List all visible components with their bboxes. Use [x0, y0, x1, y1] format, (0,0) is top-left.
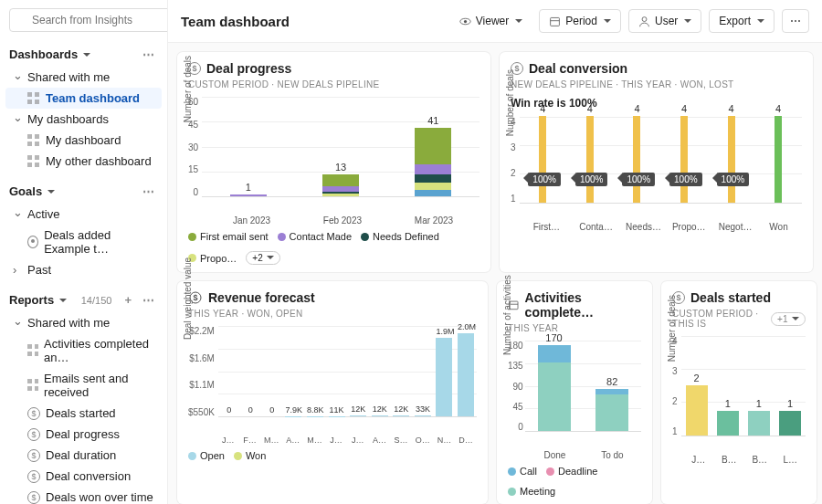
y-axis-label: Number of deals	[183, 56, 193, 122]
tree-my-dashboards[interactable]: My dashboards	[0, 109, 167, 130]
y-axis-label: Number of deals	[667, 295, 677, 362]
period-dropdown[interactable]: Period	[539, 9, 621, 33]
sidebar-item-report[interactable]: Activities completed an…	[0, 333, 167, 368]
dollar-icon: $	[27, 428, 40, 441]
card-subtitle: THIS YEAR	[508, 323, 641, 333]
sidebar-item-report[interactable]: $Deal duration	[0, 445, 167, 466]
card-subtitle: THIS YEAR · WON, OPEN	[188, 309, 477, 319]
y-axis-label: Number of activities	[502, 275, 512, 355]
dollar-icon: $	[27, 491, 40, 504]
calendar-icon	[549, 16, 561, 27]
card-subtitle: NEW DEALS PIPELINE · THIS YEAR · WON, LO…	[511, 79, 802, 89]
card-deals-started: $Deals started CUSTOM PERIOD · THIS IS+1…	[661, 281, 817, 504]
sidebar-item-report[interactable]: $Deals won over time	[0, 487, 167, 504]
tree-goals-active[interactable]: Active	[0, 204, 167, 225]
grid-icon	[27, 344, 38, 357]
legend-overflow[interactable]: +2	[246, 251, 279, 265]
grid-icon	[27, 92, 40, 105]
dollar-icon: $	[27, 407, 40, 420]
user-dropdown[interactable]: User	[628, 9, 701, 33]
dollar-icon: $	[27, 449, 40, 462]
svg-rect-4	[551, 17, 560, 26]
card-deal-progress: $Deal progress CUSTOM PERIOD · NEW DEALS…	[177, 52, 490, 272]
card-revenue-forecast: $ Revenue forecast THIS YEAR · WON, OPEN…	[177, 281, 488, 504]
chevron-down-icon	[46, 184, 55, 198]
svg-text:$: $	[193, 293, 197, 302]
sidebar-item-team-dashboard[interactable]: Team dashboard	[5, 88, 162, 109]
grid-icon	[27, 155, 40, 168]
user-icon	[638, 16, 650, 27]
section-goals[interactable]: Goals ⋯	[0, 179, 167, 204]
chevron-down-icon	[58, 293, 67, 307]
grid-icon	[27, 134, 40, 147]
sidebar-item-report[interactable]: $Deals started	[0, 403, 167, 424]
sidebar: + Dashboards ⋯ Shared with me Team dashb…	[0, 0, 168, 504]
tree-shared-with-me[interactable]: Shared with me	[0, 67, 167, 88]
main: Team dashboard Viewer Period User Export…	[168, 0, 822, 504]
reports-count: 14/150	[81, 295, 112, 306]
eye-icon	[459, 16, 471, 27]
grid-icon	[27, 379, 38, 392]
svg-point-3	[464, 19, 467, 22]
viewer-dropdown[interactable]: Viewer	[450, 10, 532, 32]
tree-goals-past[interactable]: Past	[0, 259, 167, 280]
tree-reports-shared[interactable]: Shared with me	[0, 312, 167, 333]
topbar: Team dashboard Viewer Period User Export…	[168, 0, 822, 43]
section-dashboards[interactable]: Dashboards ⋯	[0, 42, 167, 67]
reports-menu-icon[interactable]: ⋯	[139, 293, 158, 307]
card-subtitle: CUSTOM PERIOD · NEW DEALS PIPELINE	[188, 79, 480, 89]
sidebar-item-my-other-dashboard[interactable]: My other dashboard	[0, 151, 167, 172]
reports-add-icon[interactable]: +	[121, 293, 135, 307]
target-icon	[27, 236, 38, 248]
y-ticks: $2.2M$1.6M$1.1M$550K	[188, 326, 218, 417]
sidebar-item-report[interactable]: $Deal progress	[0, 424, 167, 445]
sidebar-item-report[interactable]: $Deal conversion	[0, 466, 167, 487]
goals-menu-icon[interactable]: ⋯	[139, 184, 158, 198]
card-subtitle: CUSTOM PERIOD · THIS IS+1	[672, 309, 806, 329]
search-input[interactable]	[9, 8, 168, 32]
dollar-icon: $	[27, 470, 40, 483]
section-reports[interactable]: Reports 14/150+⋯	[0, 288, 167, 312]
sidebar-item-report[interactable]: Emails sent and received	[0, 368, 167, 403]
legend: First email sent Contact Made Needs Defi…	[188, 231, 480, 265]
overflow-badge[interactable]: +1	[771, 312, 806, 326]
dashboards-menu-icon[interactable]: ⋯	[139, 47, 158, 61]
chevron-down-icon	[81, 47, 90, 61]
more-menu[interactable]: ⋯	[782, 9, 809, 33]
sidebar-item-my-dashboard[interactable]: My dashboard	[0, 130, 167, 151]
card-activities: Activities complete… THIS YEAR Number of…	[497, 281, 652, 504]
sidebar-item-example-goal[interactable]: Deals added Example t…	[0, 225, 167, 259]
y-axis-label: Deal weighted value	[183, 257, 193, 340]
y-axis-label: Number of deals	[505, 68, 515, 135]
export-dropdown[interactable]: Export	[709, 9, 775, 33]
svg-point-6	[642, 16, 647, 21]
page-title: Team dashboard	[181, 14, 443, 29]
card-deal-conversion: $Deal conversion NEW DEALS PIPELINE · TH…	[500, 52, 813, 272]
